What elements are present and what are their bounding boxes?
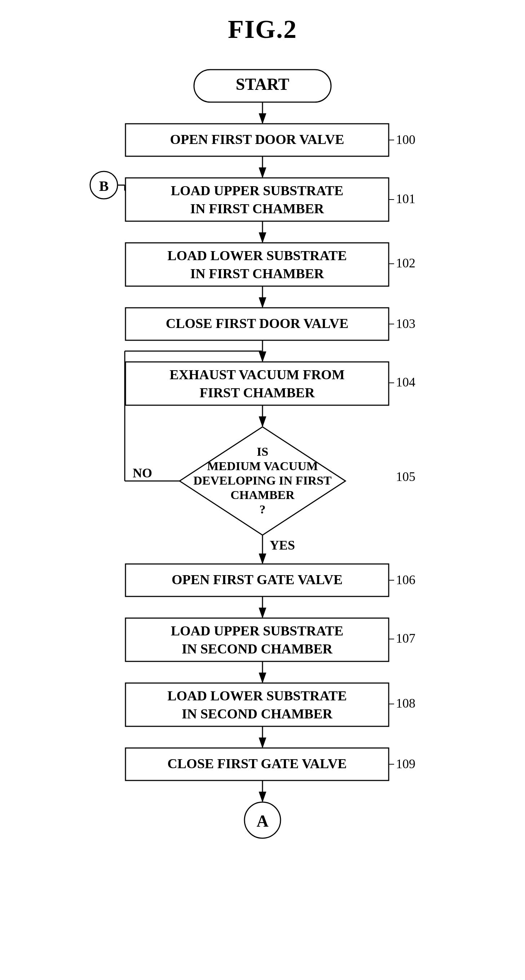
node-105-line3: CHAMBER	[230, 488, 295, 501]
node-108-line2: IN SECOND CHAMBER	[182, 706, 333, 721]
node-104-line2: FIRST CHAMBER	[200, 385, 315, 400]
node-103-label: CLOSE FIRST DOOR VALVE	[166, 316, 349, 331]
no-label: NO	[133, 466, 152, 480]
node-103-id: 103	[396, 317, 416, 331]
figure-title: FIG.2	[228, 14, 297, 45]
node-102-line2: IN FIRST CHAMBER	[190, 266, 324, 281]
node-101-line1: LOAD UPPER SUBSTRATE	[171, 183, 344, 198]
a-connector: A	[256, 812, 268, 830]
node-105-line2: DEVELOPING IN FIRST	[193, 474, 332, 487]
node-105-id: 105	[396, 469, 416, 484]
node-102-id: 102	[396, 256, 416, 270]
node-108-id: 108	[396, 696, 416, 711]
yes-label: YES	[270, 538, 295, 552]
node-104-id: 104	[396, 375, 416, 389]
node-101-line2: IN FIRST CHAMBER	[190, 201, 324, 216]
b-connector: B	[99, 178, 109, 194]
node-105-line1: MEDIUM VACUUM	[207, 459, 318, 473]
node-107-line2: IN SECOND CHAMBER	[182, 641, 333, 656]
flowchart-svg: START OPEN FIRST DOOR VALVE 100 B LOAD U…	[82, 62, 443, 980]
node-108-line1: LOAD LOWER SUBSTRATE	[167, 688, 347, 703]
node-106-label: OPEN FIRST GATE VALVE	[171, 572, 343, 587]
node-105-is: IS	[257, 445, 268, 458]
start-label: START	[236, 75, 289, 94]
node-100-id: 100	[396, 132, 416, 147]
page-container: FIG.2 START OPEN FIRST DOOR VALVE 100	[0, 0, 525, 980]
node-106-id: 106	[396, 573, 416, 587]
node-107-line1: LOAD UPPER SUBSTRATE	[171, 623, 344, 638]
node-109-label: CLOSE FIRST GATE VALVE	[167, 756, 346, 771]
node-105-q: ?	[260, 503, 266, 516]
node-100-label: OPEN FIRST DOOR VALVE	[170, 132, 344, 147]
flowchart: START OPEN FIRST DOOR VALVE 100 B LOAD U…	[82, 62, 443, 980]
node-101-id: 101	[396, 192, 416, 206]
node-102-line1: LOAD LOWER SUBSTRATE	[167, 248, 347, 263]
node-109-id: 109	[396, 757, 416, 771]
node-107-id: 107	[396, 631, 416, 646]
node-104-line1: EXHAUST VACUUM FROM	[170, 367, 345, 382]
